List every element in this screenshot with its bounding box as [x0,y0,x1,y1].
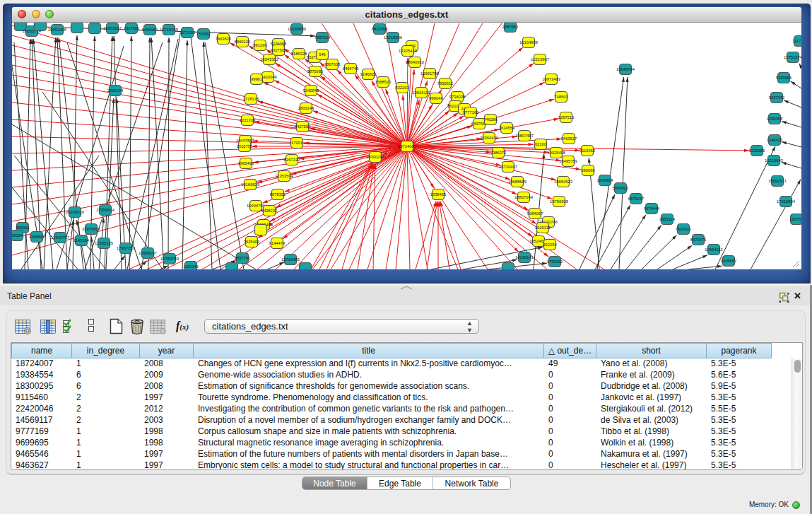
svg-text:1327602: 1327602 [124,26,140,30]
svg-text:9242845: 9242845 [303,88,319,93]
svg-text:9474444: 9474444 [644,206,660,211]
svg-text:8454749: 8454749 [343,66,359,71]
svg-text:2718176: 2718176 [243,97,259,101]
svg-text:17016504: 17016504 [777,199,796,204]
svg-text:13626115: 13626115 [412,90,430,95]
svg-text:116753: 116753 [790,217,801,221]
svg-text:9734028: 9734028 [449,95,466,99]
svg-text:9777169: 9777169 [463,110,479,115]
svg-text:2087682: 2087682 [502,25,519,29]
svg-text:7955812: 7955812 [437,81,454,86]
svg-text:10719155: 10719155 [160,28,178,32]
svg-text:8660124: 8660124 [235,40,251,44]
svg-text:18807249: 18807249 [514,195,533,199]
svg-text:9115460: 9115460 [579,148,595,153]
svg-text:18640910: 18640910 [406,60,424,64]
svg-text:12213967: 12213967 [531,57,549,62]
svg-text:1221339: 1221339 [240,118,256,122]
svg-text:1671355: 1671355 [180,30,196,35]
svg-text:18724007: 18724007 [398,144,416,148]
svg-text:252254: 252254 [543,243,557,247]
svg-text:6679197: 6679197 [628,197,645,201]
svg-text:699695: 699695 [581,168,594,173]
svg-text:15716485: 15716485 [281,257,300,262]
svg-text:555061: 555061 [16,226,29,230]
svg-text:8186328: 8186328 [291,52,307,56]
svg-text:10958107: 10958107 [139,251,157,255]
svg-text:18300295: 18300295 [366,155,384,159]
svg-text:1117254: 1117254 [792,39,801,43]
svg-text:9146821: 9146821 [360,72,377,76]
svg-text:1753342: 1753342 [547,259,563,264]
svg-text:546: 546 [319,52,326,57]
svg-text:19166829: 19166829 [241,182,259,187]
svg-text:7625402: 7625402 [244,240,260,244]
svg-text:8813054: 8813054 [372,27,388,31]
svg-text:1297515: 1297515 [558,115,575,119]
svg-text:751552: 751552 [196,32,210,36]
svg-text:8878352: 8878352 [270,192,286,197]
svg-text:15720407: 15720407 [499,165,517,169]
svg-text:7632621: 7632621 [676,227,692,231]
svg-text:7663822: 7663822 [216,37,232,41]
svg-text:2935114: 2935114 [659,217,676,221]
svg-text:9144479: 9144479 [269,241,286,245]
svg-text:3624554: 3624554 [499,126,515,130]
svg-text:6466160: 6466160 [142,28,158,32]
svg-text:17957253: 17957253 [117,246,135,250]
svg-text:39154: 39154 [12,233,23,238]
svg-text:7986372: 7986372 [490,151,507,155]
svg-text:15751074: 15751074 [784,55,801,59]
svg-text:1192346: 1192346 [183,264,199,269]
svg-text:16154838: 16154838 [519,40,538,45]
svg-text:17359914: 17359914 [96,208,115,212]
svg-text:18495759: 18495759 [559,159,577,163]
svg-text:8471676: 8471676 [690,238,707,242]
svg-text:10807487: 10807487 [515,134,534,138]
svg-text:1588520: 1588520 [375,80,392,84]
svg-text:9329966: 9329966 [776,76,792,80]
svg-text:1640954: 1640954 [597,178,613,182]
svg-text:8427552: 8427552 [295,124,311,129]
svg-text:9463627: 9463627 [561,136,577,141]
svg-text:5958923: 5958923 [613,186,629,190]
svg-text:11353594: 11353594 [275,174,293,178]
svg-text:746266: 746266 [483,117,497,122]
svg-text:16543352: 16543352 [260,57,278,62]
svg-text:8267130: 8267130 [284,158,300,162]
svg-text:20206516: 20206516 [66,210,84,214]
svg-text:10046756: 10046756 [247,204,265,208]
svg-text:1965493: 1965493 [238,161,254,165]
svg-text:20364436: 20364436 [480,136,498,140]
svg-text:1156819: 1156819 [29,235,45,239]
svg-text:832203: 832203 [395,86,408,90]
svg-text:10654112: 10654112 [705,247,722,252]
svg-text:1145194: 1145194 [73,238,90,243]
svg-text:16210643: 16210643 [765,158,783,163]
svg-text:16961758: 16961758 [420,71,439,76]
svg-text:12342757: 12342757 [51,235,69,240]
svg-text:19756928: 19756928 [550,199,568,204]
svg-text:5498222: 5498222 [261,209,278,213]
svg-text:9857791: 9857791 [235,256,251,260]
svg-text:8215955: 8215955 [749,148,765,153]
svg-text:13325419: 13325419 [399,49,417,53]
svg-text:1244415: 1244415 [767,138,783,142]
svg-text:9327503: 9327503 [271,48,287,52]
svg-text:16648784: 16648784 [616,67,635,71]
svg-text:19654923: 19654923 [554,180,572,184]
svg-text:9227342: 9227342 [769,95,785,100]
svg-text:14136141: 14136141 [515,255,534,259]
svg-text:1615132: 1615132 [535,226,551,230]
svg-text:16782759: 16782759 [160,257,179,261]
svg-text:20091406: 20091406 [48,28,66,32]
svg-text:12505135: 12505135 [95,241,113,245]
svg-text:16033809: 16033809 [288,27,306,31]
svg-text:1209358: 1209358 [767,117,783,121]
svg-text:15692971: 15692971 [768,179,787,183]
svg-text:7357224: 7357224 [314,35,331,40]
svg-text:99961: 99961 [251,77,262,81]
svg-text:10653267: 10653267 [103,26,122,30]
svg-text:9245652: 9245652 [721,259,737,263]
svg-text:2803144: 2803144 [298,106,314,110]
